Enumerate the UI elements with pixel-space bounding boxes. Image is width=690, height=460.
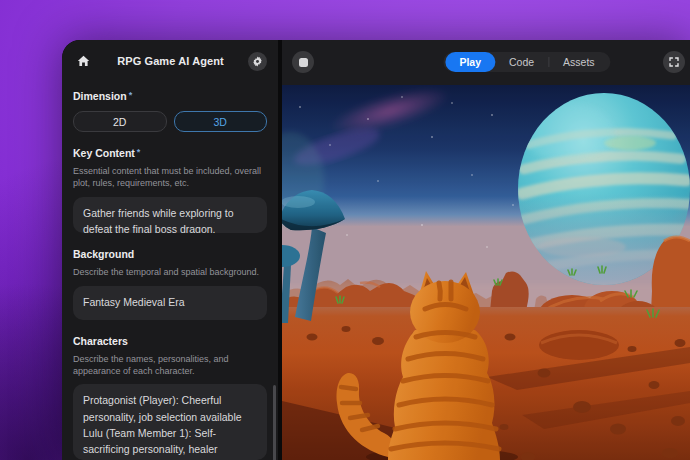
tab-code[interactable]: Code (495, 52, 548, 72)
key-content-label: Key Content* (73, 147, 267, 159)
dimension-label: Dimension* (73, 90, 267, 102)
dimension-option-2d[interactable]: 2D (73, 111, 167, 132)
key-content-label-text: Key Content (73, 147, 135, 159)
required-asterisk: * (137, 147, 141, 157)
characters-description: Describe the names, personalities, and a… (73, 353, 267, 378)
app-window: RPG Game AI Agent Dimension* 2D 3D Key C… (62, 40, 690, 460)
game-scene[interactable] (282, 85, 690, 460)
view-tabs: Play Code Assets (443, 52, 610, 72)
tab-play[interactable]: Play (445, 52, 495, 72)
fullscreen-button[interactable] (663, 51, 685, 73)
background-label: Background (73, 248, 267, 260)
dimension-options: 2D 3D (73, 111, 267, 132)
sidebar-header: RPG Game AI Agent (73, 51, 267, 71)
background-input[interactable]: Fantasy Medieval Era (73, 286, 267, 320)
key-content-description: Essential content that must be included,… (73, 165, 267, 190)
dimension-label-text: Dimension (73, 90, 127, 102)
required-asterisk: * (129, 90, 133, 100)
characters-label: Characters (73, 335, 267, 347)
fullscreen-icon (669, 57, 679, 67)
stop-button[interactable] (292, 51, 314, 73)
sidebar-title: RPG Game AI Agent (93, 55, 248, 67)
home-button[interactable] (73, 51, 93, 71)
sidebar: RPG Game AI Agent Dimension* 2D 3D Key C… (62, 40, 278, 460)
viewport-topbar: Play Code Assets (282, 40, 690, 85)
key-content-input[interactable]: Gather friends while exploring to defeat… (73, 197, 267, 234)
tab-assets[interactable]: Assets (549, 52, 609, 72)
sidebar-scrollbar[interactable] (273, 385, 276, 460)
settings-button[interactable] (248, 52, 267, 71)
game-scene-render (282, 85, 690, 460)
game-viewport: Play Code Assets (282, 40, 690, 460)
gear-icon (252, 56, 263, 67)
characters-input[interactable]: Protagonist (Player): Cheerful personali… (73, 384, 267, 460)
stop-icon (299, 58, 308, 67)
dimension-option-3d[interactable]: 3D (174, 111, 268, 132)
background-description: Describe the temporal and spatial backgr… (73, 266, 267, 278)
home-icon (77, 55, 90, 67)
